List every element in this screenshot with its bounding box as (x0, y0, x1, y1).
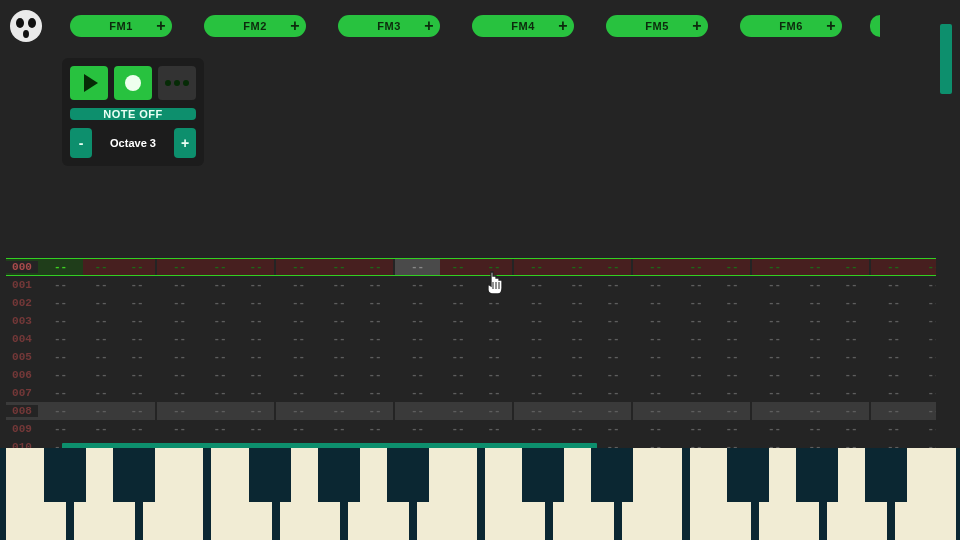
tracker-cell[interactable]: -- (871, 276, 916, 294)
tracker-cell[interactable]: -- (321, 276, 357, 294)
tracker-cell[interactable]: -- (157, 294, 202, 312)
tracker-cell[interactable]: -- (119, 366, 155, 384)
tracker-cell[interactable]: -- (595, 312, 631, 330)
tracker-cell[interactable]: -- (83, 259, 119, 275)
tracker-cell[interactable]: -- (714, 384, 750, 402)
fm-tab-1[interactable]: FM1+ (70, 15, 172, 37)
tracker-cell[interactable]: -- (714, 420, 750, 438)
tracker-cell[interactable]: -- (202, 348, 238, 366)
fm-tab-4[interactable]: FM4+ (472, 15, 574, 37)
plus-icon[interactable]: + (156, 17, 166, 35)
tracker-cell[interactable]: -- (678, 420, 714, 438)
tracker-cell[interactable]: -- (714, 366, 750, 384)
tracker-row[interactable]: 000-------------------------------------… (6, 258, 936, 276)
tracker-cell[interactable]: -- (440, 348, 476, 366)
piano-black-key[interactable] (318, 448, 360, 502)
tracker-cell[interactable]: -- (595, 384, 631, 402)
tracker-cell[interactable]: -- (83, 384, 119, 402)
tracker-cell[interactable]: -- (916, 294, 936, 312)
tracker-cell[interactable]: -- (797, 276, 833, 294)
piano-black-key[interactable] (387, 448, 429, 502)
tracker-cell[interactable]: -- (476, 384, 512, 402)
tracker-cell[interactable]: -- (514, 259, 559, 275)
tracker-cell[interactable]: -- (276, 366, 321, 384)
tracker-cell[interactable]: -- (476, 348, 512, 366)
tracker-cell[interactable]: -- (916, 312, 936, 330)
tracker-cell[interactable]: -- (916, 384, 936, 402)
tracker-cell[interactable]: -- (833, 294, 869, 312)
app-logo[interactable] (10, 10, 42, 42)
tracker-cell[interactable]: -- (633, 312, 678, 330)
fm-tab-2[interactable]: FM2+ (204, 15, 306, 37)
tracker-cell[interactable]: -- (440, 312, 476, 330)
tracker-row[interactable]: 006-------------------------------------… (6, 366, 936, 384)
tracker-row[interactable]: 002-------------------------------------… (6, 294, 936, 312)
tracker-cell[interactable]: -- (238, 312, 274, 330)
tracker-cell[interactable]: -- (559, 276, 595, 294)
tracker-cell[interactable]: -- (202, 259, 238, 275)
tracker-cell[interactable]: -- (678, 384, 714, 402)
tracker-cell[interactable]: -- (752, 330, 797, 348)
tracker-cell[interactable]: -- (714, 402, 750, 420)
tracker-cell[interactable]: -- (833, 384, 869, 402)
tracker-cell[interactable]: -- (395, 276, 440, 294)
tracker-cell[interactable]: -- (833, 330, 869, 348)
tracker-row[interactable]: 008-------------------------------------… (6, 402, 936, 420)
octave-minus-button[interactable]: - (70, 128, 92, 158)
tracker-row[interactable]: 001-------------------------------------… (6, 276, 936, 294)
tracker-cell[interactable]: -- (321, 330, 357, 348)
tracker-cell[interactable]: -- (916, 259, 936, 275)
tracker-cell[interactable]: -- (476, 276, 512, 294)
tracker-cell[interactable]: -- (752, 402, 797, 420)
tracker-cell[interactable]: -- (559, 312, 595, 330)
tracker-cell[interactable]: -- (752, 259, 797, 275)
tracker-cell[interactable]: -- (38, 276, 83, 294)
fm-tab-5[interactable]: FM5+ (606, 15, 708, 37)
tracker-cell[interactable]: -- (752, 276, 797, 294)
tracker-cell[interactable]: -- (202, 420, 238, 438)
tracker-cell[interactable]: -- (276, 276, 321, 294)
tracker-cell[interactable]: -- (395, 420, 440, 438)
tracker-cell[interactable]: -- (797, 366, 833, 384)
tracker-cell[interactable]: -- (357, 259, 393, 275)
tracker-cell[interactable]: -- (38, 366, 83, 384)
tracker-cell[interactable]: -- (514, 294, 559, 312)
piano-black-key[interactable] (727, 448, 769, 502)
tracker-cell[interactable]: -- (633, 330, 678, 348)
tracker-cell[interactable]: -- (752, 366, 797, 384)
tracker-cell[interactable]: -- (752, 348, 797, 366)
tracker-cell[interactable]: -- (83, 420, 119, 438)
tracker-cell[interactable]: -- (321, 312, 357, 330)
tracker-cell[interactable]: -- (38, 259, 83, 275)
tracker-cell[interactable]: -- (119, 420, 155, 438)
tracker-cell[interactable]: -- (276, 384, 321, 402)
play-button[interactable] (70, 66, 108, 100)
tracker-cell[interactable]: -- (678, 312, 714, 330)
tracker-cell[interactable]: -- (514, 276, 559, 294)
tracker-cell[interactable]: -- (797, 384, 833, 402)
tracker-cell[interactable]: -- (833, 420, 869, 438)
tracker-cell[interactable]: -- (440, 384, 476, 402)
tracker-cell[interactable]: -- (238, 366, 274, 384)
tracker-cell[interactable]: -- (833, 348, 869, 366)
tracker-cell[interactable]: -- (202, 312, 238, 330)
tracker-cell[interactable]: -- (276, 402, 321, 420)
plus-icon[interactable]: + (558, 17, 568, 35)
tracker-cell[interactable]: -- (395, 259, 440, 275)
tracker-cell[interactable]: -- (83, 294, 119, 312)
tracker-cell[interactable]: -- (157, 312, 202, 330)
tracker-cell[interactable]: -- (321, 384, 357, 402)
tracker-cell[interactable]: -- (633, 294, 678, 312)
tracker-cell[interactable]: -- (157, 384, 202, 402)
tracker-cell[interactable]: -- (83, 312, 119, 330)
note-off-button[interactable]: NOTE OFF (70, 108, 196, 120)
tracker-cell[interactable]: -- (321, 402, 357, 420)
tracker-cell[interactable]: -- (514, 348, 559, 366)
tracker-cell[interactable]: -- (833, 276, 869, 294)
tracker-cell[interactable]: -- (395, 348, 440, 366)
tracker-cell[interactable]: -- (633, 420, 678, 438)
piano-black-key[interactable] (44, 448, 86, 502)
tracker-cell[interactable]: -- (395, 384, 440, 402)
tracker-cell[interactable]: -- (595, 294, 631, 312)
tracker-cell[interactable]: -- (595, 420, 631, 438)
